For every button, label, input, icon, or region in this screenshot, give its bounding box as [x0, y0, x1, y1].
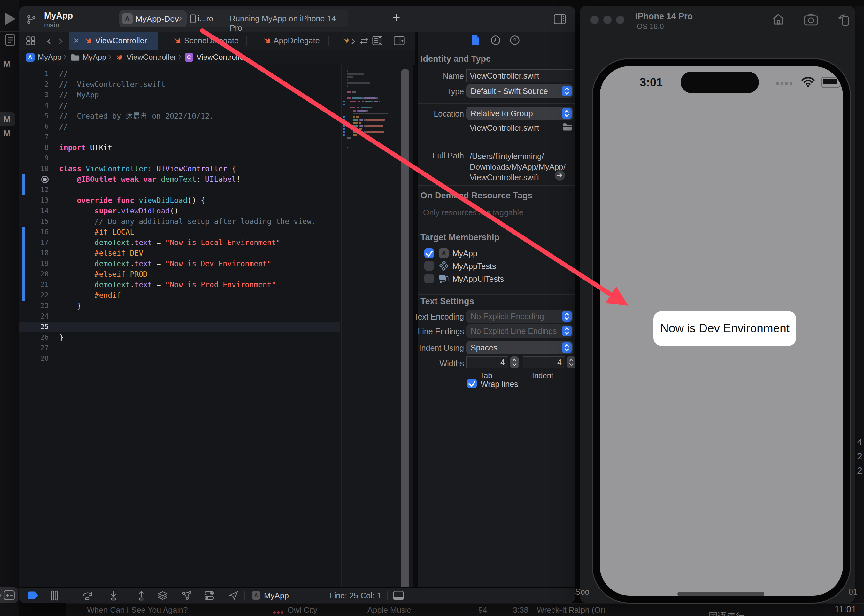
endings-dropdown[interactable]: No Explicit Line Endings	[466, 324, 573, 338]
code-line[interactable]: 5// Created by 沐晨冉 on 2022/10/12.	[19, 111, 340, 121]
line-number[interactable]: 8	[19, 143, 49, 153]
code-line[interactable]: 7	[19, 132, 340, 143]
code-line[interactable]: 25	[19, 322, 340, 332]
line-number[interactable]: 5	[19, 111, 49, 121]
editor-options-icon[interactable]	[372, 36, 382, 46]
environment-overrides-icon[interactable]	[204, 591, 215, 601]
code-line[interactable]: 22 #endif	[19, 290, 340, 301]
editor-scrollbar[interactable]	[401, 69, 409, 603]
target-checkbox[interactable]	[424, 248, 434, 258]
line-number[interactable]: 3	[19, 90, 49, 100]
destination-name[interactable]: i...ro	[198, 14, 214, 23]
step-out-icon[interactable]	[137, 591, 146, 601]
tab-width-field[interactable]: 4	[466, 356, 508, 368]
back-icon[interactable]	[47, 38, 53, 44]
code-line[interactable]: 8import UIKit	[19, 143, 340, 153]
line-number[interactable]: 2	[19, 79, 49, 90]
line-number[interactable]: 6	[19, 121, 49, 132]
code-line[interactable]: 21 demoText.text = "Now is Prod Environm…	[19, 280, 340, 290]
new-tab-button[interactable]: +	[393, 10, 401, 25]
code-line[interactable]: 1//	[19, 69, 340, 79]
code-line[interactable]: 16 #if LOCAL	[19, 227, 340, 237]
traffic-light-close[interactable]	[591, 16, 599, 24]
tab-viewcontroller[interactable]: ViewController	[69, 32, 157, 50]
line-number[interactable]: 10	[19, 163, 49, 174]
code-line[interactable]: 18 #elseif DEV	[19, 248, 340, 258]
line-number[interactable]: 23	[19, 301, 49, 311]
plus-minus-box-icon[interactable]	[4, 591, 15, 600]
location-dropdown[interactable]: Relative to Group	[466, 107, 573, 120]
wrap-lines-checkbox[interactable]	[467, 379, 477, 388]
traffic-light-minimize[interactable]	[603, 16, 611, 24]
crumb-group[interactable]: MyApp	[82, 53, 107, 62]
code-line[interactable]: 6//	[19, 121, 340, 132]
code-line[interactable]: @IBOutlet weak var demoText: UILabel!	[19, 174, 340, 185]
toggle-inspector-icon[interactable]	[554, 14, 566, 24]
forward-icon[interactable]	[57, 38, 62, 44]
line-number[interactable]: 26	[19, 332, 49, 343]
code-line[interactable]: 2// ViewController.swift	[19, 79, 340, 90]
overflow-chevron-icon[interactable]	[349, 38, 355, 44]
step-into-icon[interactable]	[108, 591, 118, 601]
line-number[interactable]: 1	[19, 69, 49, 79]
line-number[interactable]: 4	[19, 100, 49, 111]
tab-scenedelegate[interactable]: SceneDelegate	[184, 36, 239, 46]
encoding-dropdown[interactable]: No Explicit Encoding	[466, 310, 573, 323]
code-line[interactable]: 13 override func viewDidLoad() {	[19, 195, 340, 206]
code-line[interactable]: 10class ViewController: UIViewController…	[19, 163, 340, 174]
hide-debug-area-icon[interactable]	[393, 591, 404, 600]
indent-width-field[interactable]: 4	[523, 356, 565, 368]
line-number[interactable]: 9	[19, 153, 49, 163]
memory-graph-icon[interactable]	[182, 591, 192, 601]
type-dropdown[interactable]: Default - Swift Source	[466, 84, 573, 98]
tab-appdelegate[interactable]: AppDelegate	[273, 36, 320, 46]
view-hierarchy-icon[interactable]	[157, 591, 168, 601]
code-line[interactable]: 20 #elseif PROD	[19, 269, 340, 280]
crumb-project[interactable]: MyApp	[38, 53, 62, 62]
code-lines[interactable]: 1//2// ViewController.swift3// MyApp4//5…	[19, 69, 340, 364]
traffic-light-zoom[interactable]	[616, 16, 624, 24]
target-checkbox[interactable]	[424, 261, 434, 270]
line-number[interactable]: 15	[19, 216, 49, 227]
add-editor-icon[interactable]	[394, 36, 405, 46]
iphone-screen[interactable]: 3:01 Now is Dev Environment	[600, 66, 843, 596]
line-number[interactable]: 13	[19, 195, 49, 206]
simulate-location-icon[interactable]	[228, 591, 239, 601]
code-line[interactable]: 14 super.viewDidLoad()	[19, 206, 340, 216]
code-line[interactable]: 28	[19, 354, 340, 364]
line-number[interactable]: 7	[19, 132, 49, 143]
home-button-icon[interactable]	[772, 13, 785, 26]
close-tab-icon[interactable]	[74, 38, 79, 44]
code-line[interactable]: 12	[19, 185, 340, 195]
code-line[interactable]: 3// MyApp	[19, 90, 340, 100]
line-number[interactable]: 25	[19, 322, 49, 332]
code-line[interactable]: 24	[19, 311, 340, 322]
crumb-file[interactable]: ViewController	[127, 53, 176, 62]
line-number[interactable]: 24	[19, 311, 49, 322]
outlet-connection-icon[interactable]	[41, 176, 49, 183]
help-inspector-icon[interactable]: ?	[510, 35, 520, 46]
scheme-selector[interactable]: A MyApp-Dev	[119, 10, 187, 27]
code-line[interactable]: 17 demoText.text = "Now is Local Environ…	[19, 237, 340, 248]
name-field[interactable]: ViewController.swift	[466, 69, 573, 82]
history-inspector-icon[interactable]	[490, 35, 501, 46]
open-path-arrow-icon[interactable]	[555, 170, 565, 181]
running-app-name[interactable]: MyApp	[264, 591, 289, 600]
debug-variables-widget-fragment[interactable]	[0, 587, 18, 603]
indent-width-stepper[interactable]	[567, 356, 575, 368]
file-inspector-icon[interactable]	[471, 35, 480, 46]
indent-using-dropdown[interactable]: Spaces	[466, 341, 573, 354]
screenshot-camera-icon[interactable]	[804, 13, 818, 26]
line-number[interactable]: 14	[19, 206, 49, 216]
tab-width-stepper[interactable]	[510, 356, 518, 368]
breakpoints-toggle-icon[interactable]	[28, 591, 40, 600]
target-checkbox[interactable]	[424, 274, 434, 283]
code-line[interactable]: 26}	[19, 332, 340, 343]
code-line[interactable]: 4//	[19, 100, 340, 111]
code-line[interactable]: 15 // Do any additional setup after load…	[19, 216, 340, 227]
rotate-device-icon[interactable]	[837, 13, 851, 26]
pause-icon[interactable]	[50, 591, 59, 601]
code-line[interactable]: 27	[19, 343, 340, 354]
line-number[interactable]: 28	[19, 354, 49, 364]
swap-editors-icon[interactable]	[359, 37, 369, 45]
